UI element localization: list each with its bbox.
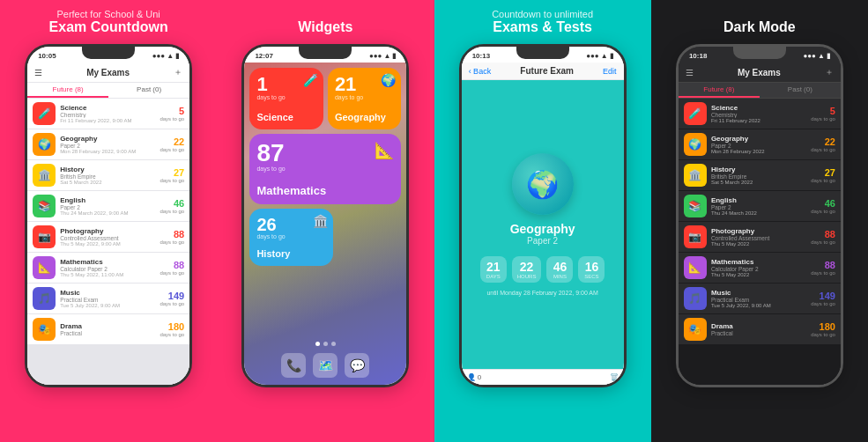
exam-name-mathematics: Mathematics	[60, 258, 155, 266]
phone-3-notch	[516, 47, 569, 59]
tab-future-1[interactable]: Future (8)	[27, 83, 108, 98]
widget-mathematics-large[interactable]: 87 days to go Mathematics 📐	[249, 134, 401, 204]
panel-3-phone-wrap: 10:13 ●●● ▲ ▮ ‹ Back Future Exam Edit 🌍	[459, 41, 627, 442]
dark-days-science: 5 days to go	[811, 107, 835, 122]
widgets-row-2: 87 days to go Mathematics 📐	[249, 134, 401, 204]
exam-sub-english: Paper 2	[60, 204, 155, 210]
dark-days-english: 46 days to go	[811, 199, 835, 214]
dark-info-drama: Drama Practical	[711, 322, 806, 336]
dark-info-music: Music Practical Exam Tue 5 July 2022, 9:…	[711, 289, 806, 308]
add-icon[interactable]: ＋	[174, 66, 182, 78]
widget-geography[interactable]: 21 days to go Geography 🌍	[328, 68, 402, 129]
menu-icon[interactable]: ☰	[34, 68, 42, 77]
dark-name-science: Science	[711, 104, 806, 112]
exam-sub-geography: Paper 2	[60, 143, 155, 149]
panel-4-header: Dark Mode	[651, 0, 868, 41]
dark-days-num-history: 27	[811, 168, 835, 178]
dark-icon-science: 🧪	[684, 102, 707, 125]
exam-name-english: English	[60, 196, 155, 204]
cd-share-icon[interactable]: 👤 0	[467, 373, 482, 381]
widgets-row-3: 26 days to go History 🏛️	[249, 209, 401, 266]
dark-exam-science[interactable]: 🧪 Science Chemistry Fri 11 February 2022…	[679, 99, 841, 129]
widget-science[interactable]: 1 days to go Science 🧪	[249, 68, 323, 129]
exam-item-history[interactable]: 🏛️ History British Empire Sat 5 March 20…	[27, 160, 189, 190]
dark-exam-music[interactable]: 🎵 Music Practical Exam Tue 5 July 2022, …	[679, 284, 841, 313]
phone-2: 12:07 ●●● ▲ ▮ 1 days to go Science	[241, 44, 409, 387]
page-dots	[244, 342, 406, 346]
exam-icon-history: 🏛️	[33, 164, 56, 187]
exam-icon-music: 🎵	[33, 287, 56, 310]
exam-info-geography: Geography Paper 2 Mon 28 February 2022, …	[60, 135, 155, 154]
status-time-1: 10:05	[38, 52, 56, 60]
dock-icon-2[interactable]: 🗺️	[313, 353, 338, 378]
dock-icon-1[interactable]: 📞	[281, 353, 306, 378]
tab-past-1[interactable]: Past (0)	[108, 83, 189, 98]
exam-item-drama[interactable]: 🎭 Drama Practical 180 days to go	[27, 314, 189, 344]
back-button[interactable]: ‹ Back	[469, 67, 492, 76]
dock-icon-3[interactable]: 💬	[345, 353, 369, 378]
exam-date-geography: Mon 28 February 2022, 9:00 AM	[60, 149, 155, 154]
exam-date-music: Tue 5 July 2022, 9:00 AM	[60, 303, 155, 308]
dark-name-english: English	[711, 196, 806, 204]
exam-list-1: 🧪 Science Chemistry Fri 11 February 2022…	[27, 99, 189, 385]
exam-item-music[interactable]: 🎵 Music Practical Exam Tue 5 July 2022, …	[27, 284, 189, 313]
dark-tab-past[interactable]: Past (0)	[760, 83, 841, 98]
dark-days-num-drama: 180	[811, 322, 835, 332]
exam-days-num-mathematics: 88	[160, 261, 184, 270]
dark-name-music: Music	[711, 289, 806, 297]
exam-item-science[interactable]: 🧪 Science Chemistry Fri 11 February 2022…	[27, 99, 189, 129]
dark-menu-icon[interactable]: ☰	[686, 68, 694, 77]
panel-2-subtitle	[224, 9, 427, 19]
exam-date-english: Thu 24 March 2022, 9:00 AM	[60, 210, 155, 216]
dark-sub-history: British Empire	[711, 173, 806, 180]
dark-tab-future[interactable]: Future (8)	[679, 83, 760, 98]
widget-science-sub: days to go	[256, 94, 316, 100]
dark-info-photography: Photography Controlled Assessment Thu 5 …	[711, 227, 806, 247]
dark-days-num-english: 46	[811, 199, 835, 209]
dark-sub-geography: Paper 2	[711, 143, 806, 149]
exam-name-geography: Geography	[60, 135, 155, 143]
phone-1-notch	[82, 47, 135, 59]
dark-exam-history[interactable]: 🏛️ History British Empire Sat 5 March 20…	[679, 160, 841, 190]
battery-icon-2: ▮	[392, 52, 396, 60]
cd-bottom-bar: 👤 0 🗑️	[462, 369, 624, 385]
dark-days-music: 149 days to go	[811, 291, 835, 306]
exam-item-geography[interactable]: 🌍 Geography Paper 2 Mon 28 February 2022…	[27, 129, 189, 159]
exam-item-english[interactable]: 📚 English Paper 2 Thu 24 March 2022, 9:0…	[27, 191, 189, 221]
exam-sub-music: Practical Exam	[60, 297, 155, 303]
dark-date-music: Tue 5 July 2022, 9:00 AM	[711, 303, 806, 308]
dark-add-icon[interactable]: ＋	[825, 66, 834, 78]
widget-history-title: History	[256, 248, 326, 259]
widget-history[interactable]: 26 days to go History 🏛️	[249, 209, 333, 266]
exam-item-photography[interactable]: 📷 Photography Controlled Assessment Thu …	[27, 222, 189, 252]
wifi-icon-2: ▲	[383, 52, 390, 60]
dark-days-mathematics: 88 days to go	[811, 261, 835, 276]
panel-widgets: Widgets 12:07 ●●● ▲ ▮ 1	[217, 0, 434, 442]
edit-button[interactable]: Edit	[603, 67, 617, 76]
widget-geography-icon: 🌍	[381, 73, 396, 87]
dark-days-num-music: 149	[811, 291, 835, 301]
cd-delete-icon[interactable]: 🗑️	[610, 373, 619, 381]
dark-exam-photography[interactable]: 📷 Photography Controlled Assessment Thu …	[679, 222, 841, 252]
panel-2-phone-wrap: 12:07 ●●● ▲ ▮ 1 days to go Science	[241, 41, 409, 442]
panel-2-header: Widgets	[217, 0, 434, 41]
app-nav-1: ☰ My Exams ＋	[27, 63, 189, 83]
exam-days-geography: 22 days to go	[160, 137, 184, 152]
dark-exam-mathematics[interactable]: 📐 Mathematics Calculator Paper 2 Thu 5 M…	[679, 253, 841, 283]
cd-mins-box: 46 mins	[546, 256, 573, 283]
exam-item-mathematics[interactable]: 📐 Mathematics Calculator Paper 2 Thu 5 M…	[27, 253, 189, 283]
exam-days-music: 149 days to go	[160, 291, 184, 306]
home-screen-bg: 1 days to go Science 🧪 21 days to go Geo…	[244, 63, 406, 385]
app-nav-title-1: My Exams	[86, 68, 130, 77]
dark-info-english: English Paper 2 Thu 24 March 2022	[711, 196, 806, 216]
panel-2-title: Widgets	[224, 19, 427, 35]
countdown-numbers: 21 days 22 hours 46 mins	[480, 256, 605, 283]
dark-date-photography: Thu 5 May 2022	[711, 241, 806, 247]
dark-exam-drama[interactable]: 🎭 Drama Practical 180 days to go	[679, 314, 841, 344]
dark-exam-geography[interactable]: 🌍 Geography Paper 2 Mon 28 February 2022…	[679, 129, 841, 159]
signal-icon-3: ●●●	[586, 52, 599, 60]
dark-exam-english[interactable]: 📚 English Paper 2 Thu 24 March 2022 46 d…	[679, 191, 841, 221]
geography-globe-icon: 🌍	[512, 153, 574, 215]
exam-info-english: English Paper 2 Thu 24 March 2022, 9:00 …	[60, 196, 155, 216]
widget-geography-sub: days to go	[335, 94, 395, 100]
